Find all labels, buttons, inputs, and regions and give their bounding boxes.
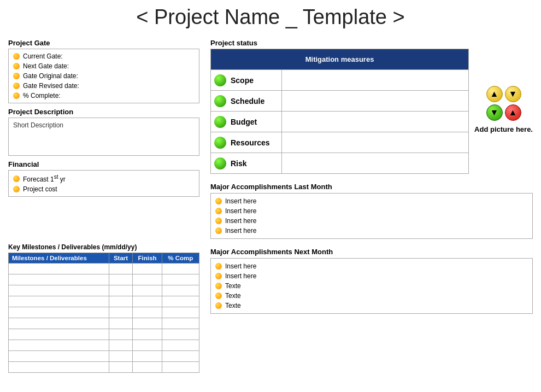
acc-last-item-4: Insert here <box>225 227 256 235</box>
page-title: < Project Name _ Template > <box>8 5 533 29</box>
milestone-cell[interactable] <box>162 318 199 329</box>
mitigation-scope[interactable] <box>282 70 469 91</box>
milestone-cell[interactable] <box>9 264 109 274</box>
gate-row-4: Gate Revised date: <box>13 81 195 91</box>
milestone-row[interactable] <box>9 285 199 296</box>
arrow-down-yellow-button[interactable]: ▼ <box>505 86 521 102</box>
milestone-cell[interactable] <box>133 296 162 307</box>
milestone-row[interactable] <box>9 274 199 285</box>
milestone-row[interactable] <box>9 296 199 307</box>
milestone-cell[interactable] <box>9 340 109 351</box>
milestone-cell[interactable] <box>9 307 109 318</box>
bottom-section: Key Milestones / Deliverables (mm/dd/yy)… <box>8 243 533 373</box>
gate-label-2: Next Gate date: <box>23 62 69 70</box>
milestone-cell[interactable] <box>162 362 199 373</box>
milestone-cell[interactable] <box>109 264 133 274</box>
add-picture-label: Add picture here. <box>474 125 533 133</box>
green-ball-scope <box>214 74 226 86</box>
col-milestones: Milestones / Deliverables <box>9 253 109 264</box>
mitigation-budget[interactable] <box>282 112 469 132</box>
status-label-budget: Budget <box>211 112 282 132</box>
milestone-cell[interactable] <box>162 351 199 362</box>
milestone-cell[interactable] <box>133 340 162 351</box>
schedule-label: Schedule <box>231 97 264 106</box>
milestone-cell[interactable] <box>9 329 109 340</box>
accomplishments-area: Major Accomplishments Last Month Insert … <box>210 178 533 239</box>
acc-next-item-4: Texte <box>225 292 241 300</box>
status-row-schedule: Schedule <box>211 91 469 112</box>
acc-next-row-5: Texte <box>215 301 528 311</box>
milestones-section: Key Milestones / Deliverables (mm/dd/yy)… <box>8 243 199 373</box>
milestone-cell[interactable] <box>9 351 109 362</box>
arrow-row-bottom: ▼ ▲ <box>486 104 521 121</box>
mitigation-risk[interactable] <box>282 153 469 174</box>
milestone-cell[interactable] <box>109 340 133 351</box>
milestone-cell[interactable] <box>109 274 133 285</box>
milestone-cell[interactable] <box>133 307 162 318</box>
gate-row-3: Gate Original date: <box>13 71 195 81</box>
milestone-cell[interactable] <box>9 274 109 285</box>
milestone-cell[interactable] <box>109 296 133 307</box>
status-label-resources: Resources <box>211 132 282 153</box>
bullet-icon <box>215 218 222 224</box>
milestone-cell[interactable] <box>133 264 162 274</box>
milestone-row[interactable] <box>9 351 199 362</box>
milestone-cell[interactable] <box>133 362 162 373</box>
milestone-row[interactable] <box>9 340 199 351</box>
milestone-cell[interactable] <box>133 351 162 362</box>
milestone-cell[interactable] <box>109 329 133 340</box>
project-description-box[interactable]: Short Description <box>8 118 199 156</box>
milestone-cell[interactable] <box>133 285 162 296</box>
milestone-row[interactable] <box>9 362 199 373</box>
milestone-cell[interactable] <box>9 362 109 373</box>
milestone-cell[interactable] <box>9 285 109 296</box>
status-row-resources: Resources <box>211 132 469 153</box>
milestone-cell[interactable] <box>133 318 162 329</box>
milestone-row[interactable] <box>9 329 199 340</box>
milestone-cell[interactable] <box>109 307 133 318</box>
mitigation-schedule[interactable] <box>282 91 469 112</box>
status-label-risk: Risk <box>211 153 282 174</box>
milestone-cell[interactable] <box>162 296 199 307</box>
milestone-cell[interactable] <box>162 340 199 351</box>
mitigation-resources[interactable] <box>282 132 469 153</box>
milestone-cell[interactable] <box>162 264 199 274</box>
acc-next-row-3: Texte <box>215 281 528 291</box>
milestone-row[interactable] <box>9 307 199 318</box>
milestone-cell[interactable] <box>109 362 133 373</box>
arrow-row-top: ▲ ▼ <box>486 86 521 102</box>
arrow-up-red-button[interactable]: ▲ <box>505 104 521 121</box>
milestone-cell[interactable] <box>109 318 133 329</box>
milestone-cell[interactable] <box>162 285 199 296</box>
green-ball-budget <box>214 116 226 128</box>
milestone-cell[interactable] <box>133 274 162 285</box>
milestone-cell[interactable] <box>109 351 133 362</box>
financial-label-1: Forecast 1st yr <box>23 174 66 183</box>
acc-next-item-2: Insert here <box>225 272 256 280</box>
gate-row-2: Next Gate date: <box>13 61 195 71</box>
milestone-cell[interactable] <box>162 274 199 285</box>
gate-label-3: Gate Original date: <box>23 72 78 80</box>
arrow-down-green-button[interactable]: ▼ <box>486 104 503 121</box>
milestone-row[interactable] <box>9 264 199 274</box>
accomplishments-next-box: Insert here Insert here Texte Texte Text… <box>210 258 533 314</box>
financial-row-1: Forecast 1st yr <box>13 173 195 184</box>
acc-next-item-5: Texte <box>225 302 241 309</box>
status-row-scope: Scope <box>211 70 469 91</box>
resources-label: Resources <box>231 138 270 147</box>
gate-label-5: % Complete: <box>23 92 61 100</box>
milestone-cell[interactable] <box>9 318 109 329</box>
status-label-scope: Scope <box>211 70 282 91</box>
milestone-cell[interactable] <box>133 329 162 340</box>
milestone-cell[interactable] <box>162 329 199 340</box>
milestones-table: Milestones / Deliverables Start Finish %… <box>8 253 199 373</box>
acc-next-row-1: Insert here <box>215 261 528 271</box>
budget-label: Budget <box>231 118 257 126</box>
bullet-icon <box>13 186 20 192</box>
milestone-row[interactable] <box>9 318 199 329</box>
milestone-cell[interactable] <box>9 296 109 307</box>
arrow-up-yellow-button[interactable]: ▲ <box>486 86 503 102</box>
milestone-cell[interactable] <box>109 285 133 296</box>
milestone-cell[interactable] <box>162 307 199 318</box>
acc-next-row-4: Texte <box>215 291 528 301</box>
